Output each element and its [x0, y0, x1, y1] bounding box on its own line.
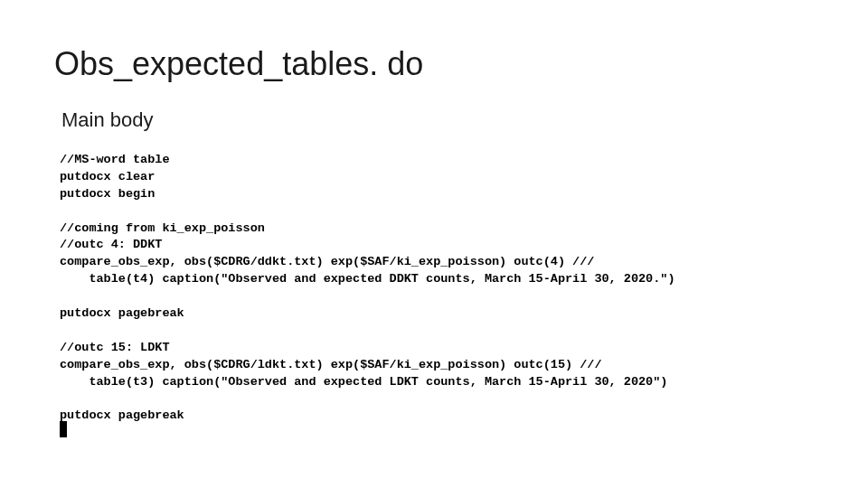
code-line: putdocx pagebreak [60, 408, 184, 422]
code-line: table(t3) caption("Observed and expected… [60, 375, 667, 389]
code-line: compare_obs_exp, obs($CDRG/ldkt.txt) exp… [60, 358, 602, 371]
code-line: //outc 4: DDKT [60, 238, 162, 251]
code-line: putdocx begin [60, 187, 155, 201]
section-subtitle: Main body [61, 108, 814, 132]
code-line: //coming from ki_exp_poisson [60, 221, 265, 235]
code-line: //outc 15: LDKT [60, 341, 170, 354]
code-line: table(t4) caption("Observed and expected… [60, 272, 675, 286]
code-line: putdocx clear [60, 170, 155, 183]
code-line: //MS-word table [60, 153, 170, 166]
slide-container: Obs_expected_tables. do Main body //MS-w… [0, 0, 868, 488]
page-title: Obs_expected_tables. do [54, 45, 814, 83]
text-cursor [60, 421, 67, 437]
code-line: compare_obs_exp, obs($CDRG/ddkt.txt) exp… [60, 255, 594, 268]
code-line: putdocx pagebreak [60, 306, 184, 320]
code-block: //MS-word table putdocx clear putdocx be… [60, 152, 814, 425]
